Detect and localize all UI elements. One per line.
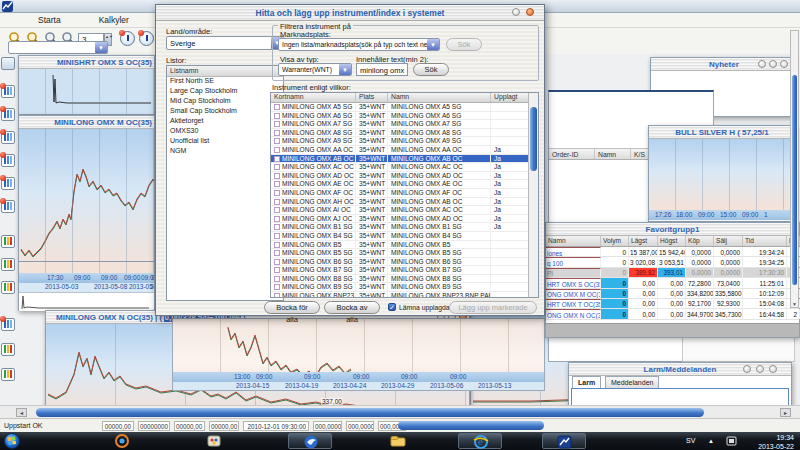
list-item[interactable]: Aktietorget xyxy=(167,117,283,127)
scrollbar-left-arrow-icon[interactable]: ◂ xyxy=(16,408,27,417)
row-checkbox-icon[interactable] xyxy=(274,199,280,205)
favorites-row[interactable]: HRT OMX T OC(35)00,000,0092,170092,93001… xyxy=(546,299,799,309)
row-checkbox-icon[interactable] xyxy=(274,207,280,213)
favorites-titlebar[interactable]: Favoritgrupp1 xyxy=(546,223,799,236)
chart-alert-icon[interactable] xyxy=(1,131,15,144)
row-checkbox-icon[interactable] xyxy=(274,259,280,265)
favorites-row[interactable]: HRT OMX S OC(35)00,000,0072,280073,04001… xyxy=(546,278,799,288)
list-item[interactable]: Large Cap Stockholm xyxy=(167,87,283,97)
scroll-document-icon[interactable] xyxy=(1,57,15,70)
dialog-close-button[interactable] xyxy=(526,8,534,16)
chart-stats-icon[interactable] xyxy=(1,368,15,381)
chart-alert-icon[interactable] xyxy=(1,85,15,98)
row-checkbox-icon[interactable] xyxy=(274,164,280,170)
scrollbar-down-arrow-icon[interactable]: ▼ xyxy=(791,301,798,307)
chart1-plot[interactable] xyxy=(19,69,154,114)
row-checkbox-icon[interactable] xyxy=(274,130,280,136)
dialog-titlebar[interactable]: Hitta och lägg upp instrument/index i sy… xyxy=(156,5,544,21)
news-maximize-button[interactable] xyxy=(769,60,777,68)
find-instruments-dialog[interactable]: Hitta och lägg upp instrument/index i sy… xyxy=(155,4,545,316)
tab-larm[interactable]: Larm xyxy=(572,376,601,388)
chart-window-minishrt-s[interactable]: MINISHRT OMX S OC(35) xyxy=(18,55,155,115)
chart-stats-icon[interactable] xyxy=(1,281,15,294)
table-row[interactable]: MINILONG OMX B535+WNTMINILONG OMX B5 xyxy=(271,241,538,250)
tab-meddelanden[interactable]: Meddelanden xyxy=(605,376,659,388)
table-row[interactable]: MINILONG OMX AB OC35+WNTMINILONG OMX AB … xyxy=(271,155,538,164)
row-checkbox-icon[interactable] xyxy=(274,284,280,290)
list-item[interactable]: First North SE xyxy=(167,77,283,87)
uncheck-all-button[interactable]: Bocka av alla xyxy=(324,301,380,314)
start-button[interactable] xyxy=(4,433,20,449)
table-row[interactable]: MINILONG OMX B4 SG35+WNTMINILONG OMX B4 … xyxy=(271,232,538,241)
row-checkbox-icon[interactable] xyxy=(274,173,280,179)
check-all-button[interactable]: Bocka för alla xyxy=(264,301,320,314)
table-scrollbar-thumb[interactable] xyxy=(530,107,537,171)
chart2-plot[interactable] xyxy=(19,129,154,273)
row-checkbox-icon[interactable] xyxy=(274,156,280,162)
marketplace-search-button[interactable]: Sök xyxy=(446,38,482,51)
table-row[interactable]: MINILONG OMX B7 SG35+WNTMINILONG OMX B7 … xyxy=(271,266,538,275)
table-row[interactable]: MINILONG OMX AJ OC35+WNTMINILONG OMX AD … xyxy=(271,215,538,224)
contains-text-field[interactable]: minilong omx xyxy=(356,63,408,76)
list-item[interactable]: OMXS30 xyxy=(167,127,283,137)
row-checkbox-icon[interactable] xyxy=(274,138,280,144)
bottom-scrollbar-thumb[interactable] xyxy=(36,408,704,417)
taskbar-paint-icon[interactable] xyxy=(200,433,230,449)
instrument-dropdown[interactable]: ▼ xyxy=(8,41,108,54)
alarm-clock-icon[interactable] xyxy=(120,31,135,46)
table-row[interactable]: MINILONG OMX BNP2335+WNTMINILONG OMX BNP… xyxy=(271,292,538,298)
bull-silver-window[interactable]: BULL SILVER H ( 57,25/1 17:2618:0009:001… xyxy=(648,125,796,222)
row-checkbox-icon[interactable] xyxy=(274,224,280,230)
table-row[interactable]: MINILONG OMX A8 SG35+WNTMINILONG OMX A8 … xyxy=(271,129,538,138)
row-checkbox-icon[interactable] xyxy=(274,250,280,256)
table-row[interactable]: MINILONG OMX AA OC35+WNTMINILONG OMX AA … xyxy=(271,146,538,155)
tray-clock[interactable]: 19:34 2013-05-22 xyxy=(750,432,794,450)
row-checkbox-icon[interactable] xyxy=(274,276,280,282)
chart1-titlebar[interactable]: MINISHRT OMX S OC(35) xyxy=(19,56,154,69)
table-row[interactable]: MINILONG OMX B8 SG35+WNTMINILONG OMX B8 … xyxy=(271,275,538,284)
row-checkbox-icon[interactable] xyxy=(274,113,280,119)
type-combobox[interactable]: Warranter(WNT)▼ xyxy=(278,63,352,76)
chart-alert-icon[interactable] xyxy=(1,154,15,167)
alarms-maximize-button[interactable] xyxy=(756,365,764,373)
table-row[interactable]: MINILONG OMX AF OC35+WNTMINILONG OMX AF … xyxy=(271,189,538,198)
taskbar-thunderbird-icon[interactable] xyxy=(288,433,332,449)
country-combobox[interactable]: Sverige▼ xyxy=(166,36,284,50)
row-checkbox-icon[interactable] xyxy=(274,293,280,298)
favorites-row[interactable]: q 10003 020,083 053,510,00000,000019:34:… xyxy=(546,257,799,267)
row-checkbox-icon[interactable] xyxy=(274,121,280,127)
row-checkbox-icon[interactable] xyxy=(274,190,280,196)
favorites-row[interactable]: ONG OMX M OC(35)00,000,00334,8200335,580… xyxy=(546,289,799,299)
row-checkbox-icon[interactable] xyxy=(274,181,280,187)
list-item[interactable]: NGM xyxy=(167,147,283,157)
news-minimize-button[interactable] xyxy=(758,60,766,68)
row-checkbox-icon[interactable] xyxy=(274,216,280,222)
leave-untouched-checkbox[interactable]: ✓ xyxy=(388,303,396,311)
dropdown-arrow-icon[interactable]: ▼ xyxy=(95,42,107,53)
bull-plot[interactable] xyxy=(649,139,795,210)
table-scrollbar[interactable] xyxy=(528,93,538,297)
table-row[interactable]: MINILONG OMX AI OC35+WNTMINILONG OMX AC … xyxy=(271,206,538,215)
alarm-clock-icon[interactable] xyxy=(139,31,154,46)
lists-listbox[interactable]: Listnamn First North SELarge Cap Stockho… xyxy=(166,65,284,301)
tray-notification-icon[interactable] xyxy=(726,432,738,450)
chart-alert-icon[interactable] xyxy=(1,200,15,213)
right-scrollbar-thumb[interactable] xyxy=(792,75,797,285)
table-row[interactable]: MINILONG OMX AD OC35+WNTMINILONG OMX AD … xyxy=(271,172,538,181)
table-row[interactable]: MINILONG OMX A5 SG35+WNTMINILONG OMX A5 … xyxy=(271,103,538,112)
list-item[interactable]: Small Cap Stockholm xyxy=(167,107,283,117)
chart-stats-icon[interactable] xyxy=(1,258,15,271)
row-checkbox-icon[interactable] xyxy=(274,242,280,248)
instruments-table[interactable]: KortnamnPlatsNamnUpplagt MINILONG OMX A5… xyxy=(270,92,539,298)
type-combo-arrow-icon[interactable]: ▼ xyxy=(339,64,351,75)
table-row[interactable]: MINILONG OMX A6 SG35+WNTMINILONG OMX A6 … xyxy=(271,112,538,121)
menu-item-kalkyler[interactable]: Kalkyler xyxy=(99,15,129,25)
chart-window-minilong-m[interactable]: MINILONG OMX M OC(35) 17:3009:0009:0009:… xyxy=(18,115,155,311)
bottom-scrollbar[interactable]: ◂ ▸ xyxy=(0,405,800,418)
taskbar-trading-app-icon[interactable] xyxy=(542,433,586,449)
favorites-window[interactable]: Favoritgrupp1 NamnVolymLägstHögstKöpSälj… xyxy=(545,222,800,338)
list-item[interactable]: Mid Cap Stockholm xyxy=(167,97,283,107)
favorites-row[interactable]: ONG OMX N OC(35)00,000,00344,9700345,730… xyxy=(546,309,799,319)
list-item[interactable]: Unofficial list xyxy=(167,137,283,147)
table-row[interactable]: MINILONG OMX B1 SG35+WNTMINILONG OMX B1 … xyxy=(271,223,538,232)
